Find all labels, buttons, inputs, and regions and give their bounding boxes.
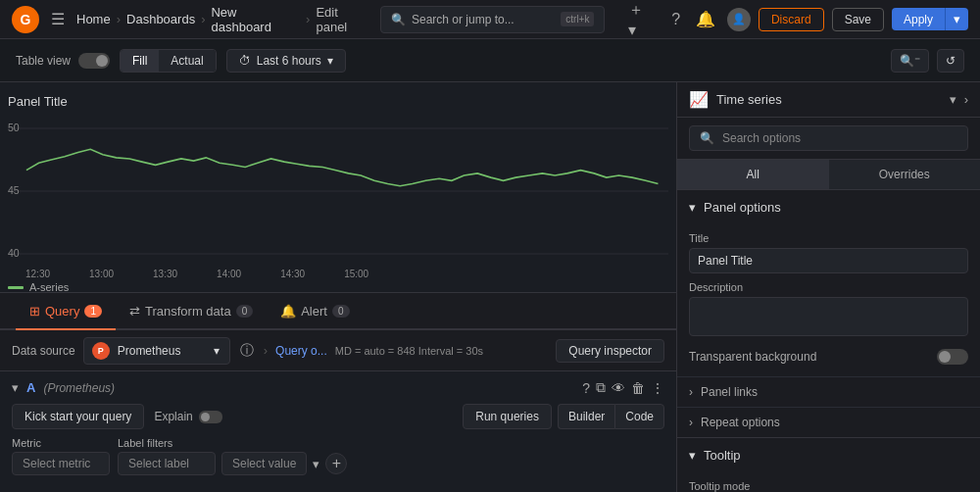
- refresh-button[interactable]: ↺: [937, 49, 964, 73]
- apply-dropdown-button[interactable]: ▾: [945, 8, 968, 30]
- label-filters-col: Label filters Select label Select value …: [118, 437, 664, 475]
- svg-text:45: 45: [8, 184, 20, 196]
- table-view-toggle[interactable]: Table view: [16, 53, 110, 69]
- tab-all[interactable]: All: [677, 160, 829, 189]
- run-queries-row: Run queries Builder Code: [463, 404, 664, 429]
- help-icon[interactable]: ?: [667, 7, 684, 32]
- hamburger-menu[interactable]: ☰: [47, 6, 69, 32]
- builder-button[interactable]: Builder: [558, 404, 614, 429]
- query-editor: ▾ A (Prometheus) ? ⧉ 👁 🗑 ⋮ Kick start yo…: [0, 371, 676, 492]
- query-row-icons: ? ⧉ 👁 🗑 ⋮: [582, 379, 664, 396]
- chevron-down-icon: ▾: [327, 54, 333, 68]
- search-icon: 🔍: [700, 131, 714, 145]
- search-icon: 🔍: [391, 13, 406, 26]
- search-options-input[interactable]: 🔍 Search options: [689, 125, 968, 151]
- tab-alert[interactable]: 🔔 Alert 0: [267, 296, 363, 330]
- query-link[interactable]: Query o...: [275, 344, 327, 358]
- breadcrumb: Home › Dashboards › New dashboard › Edit…: [76, 5, 372, 34]
- query-badge: 1: [84, 305, 102, 318]
- chevron-down-icon: ▾: [214, 344, 220, 358]
- chevron-down-filter-icon: ▾: [313, 457, 319, 471]
- collapse-icon[interactable]: ▾: [12, 380, 19, 395]
- collapse-panel-icon: ▾: [689, 200, 696, 215]
- svg-text:50: 50: [8, 122, 20, 133]
- x-label-1300: 13:00: [89, 269, 114, 279]
- search-shortcut: ctrl+k: [561, 12, 594, 26]
- user-avatar[interactable]: 👤: [727, 8, 751, 31]
- kickstart-button[interactable]: Kick start your query: [12, 404, 144, 429]
- tooltip-header[interactable]: ▾ Tooltip: [677, 438, 980, 472]
- x-label-1330: 13:30: [153, 269, 177, 279]
- query-meta: MD = auto = 848 Interval = 30s: [335, 345, 483, 357]
- left-panel: Panel Title 50 45 40 12:30 13:00 13:30 1…: [0, 82, 676, 492]
- datasource-select[interactable]: P Prometheus ▾: [83, 337, 230, 365]
- title-input[interactable]: [689, 248, 968, 273]
- explain-toggle: Explain: [154, 410, 221, 423]
- breadcrumb-home[interactable]: Home: [76, 12, 111, 26]
- tooltip-section: ▾ Tooltip Tooltip mode Single All Hidden: [677, 438, 980, 492]
- transparent-bg-toggle[interactable]: [937, 349, 968, 365]
- table-view-switch[interactable]: [78, 53, 110, 69]
- main-layout: Panel Title 50 45 40 12:30 13:00 13:30 1…: [0, 82, 980, 492]
- duplicate-icon[interactable]: ⧉: [596, 379, 606, 396]
- apply-button[interactable]: Apply: [892, 8, 945, 30]
- app-logo[interactable]: G: [12, 6, 39, 33]
- explain-switch[interactable]: [199, 411, 222, 423]
- add-filter-button[interactable]: +: [325, 453, 347, 474]
- panel-links-row[interactable]: › Panel links: [677, 376, 980, 407]
- time-range-button[interactable]: ⏱ Last 6 hours ▾: [226, 49, 346, 73]
- eye-icon[interactable]: 👁: [612, 380, 625, 396]
- more-icon[interactable]: ⋮: [651, 380, 664, 396]
- add-icon[interactable]: ＋ ▾: [624, 0, 660, 43]
- help-query-icon[interactable]: ?: [582, 380, 590, 396]
- collapse-tooltip-icon: ▾: [689, 448, 696, 463]
- fill-button[interactable]: Fill: [121, 50, 159, 72]
- run-queries-button[interactable]: Run queries: [463, 404, 552, 429]
- x-label-1500: 15:00: [344, 269, 368, 279]
- viz-expand-icon[interactable]: ▾: [950, 92, 956, 107]
- description-textarea[interactable]: [689, 297, 968, 336]
- tab-transform[interactable]: ⇄ Transform data 0: [116, 296, 267, 330]
- metric-col: Metric Select metric: [12, 437, 110, 475]
- panel-options-content: Title Description Transparent background: [677, 232, 980, 376]
- top-nav: G ☰ Home › Dashboards › New dashboard › …: [0, 0, 980, 39]
- metric-select[interactable]: Select metric: [12, 452, 110, 475]
- search-options-bar: 🔍 Search options: [677, 118, 980, 160]
- code-button[interactable]: Code: [614, 404, 664, 429]
- sub-toolbar: Table view Fill Actual ⏱ Last 6 hours ▾ …: [0, 39, 980, 82]
- panel-options-section: ▾ Panel options Title Description Transp…: [677, 190, 980, 438]
- svg-text:40: 40: [8, 247, 20, 259]
- query-tab-icon: ⊞: [29, 304, 40, 319]
- legend-color: [8, 286, 24, 289]
- transparent-bg-row: Transparent background: [689, 349, 968, 365]
- repeat-options-row[interactable]: › Repeat options: [677, 407, 980, 437]
- trash-icon[interactable]: 🗑: [631, 380, 645, 396]
- breadcrumb-new-dashboard[interactable]: New dashboard: [211, 5, 300, 34]
- x-label-1400: 14:00: [217, 269, 241, 279]
- chart-svg: 50 45 40: [8, 113, 668, 270]
- info-icon[interactable]: ⓘ: [238, 340, 256, 362]
- viz-chevron-icon[interactable]: ›: [964, 92, 968, 107]
- actual-button[interactable]: Actual: [159, 50, 215, 72]
- metric-row: Metric Select metric Label filters Selec…: [12, 437, 664, 475]
- tab-query[interactable]: ⊞ Query 1: [16, 296, 116, 330]
- breadcrumb-dashboards[interactable]: Dashboards: [126, 12, 195, 26]
- value-select[interactable]: Select value: [221, 452, 307, 475]
- fill-actual-selector: Fill Actual: [120, 49, 217, 73]
- zoom-out-button[interactable]: 🔍⁻: [891, 49, 929, 73]
- tab-overrides[interactable]: Overrides: [829, 160, 981, 189]
- save-button[interactable]: Save: [832, 8, 884, 31]
- breadcrumb-edit-panel: Edit panel: [316, 5, 372, 34]
- chevron-right-icon: ›: [689, 416, 693, 429]
- query-inspector-button[interactable]: Query inspector: [556, 339, 664, 363]
- timeseries-icon: 📈: [689, 90, 709, 109]
- panel-title: Panel Title: [8, 94, 668, 109]
- global-search[interactable]: 🔍 Search or jump to... ctrl+k: [380, 6, 605, 33]
- discard-button[interactable]: Discard: [759, 8, 824, 31]
- label-select[interactable]: Select label: [118, 452, 216, 475]
- chart-area: Panel Title 50 45 40 12:30 13:00 13:30 1…: [0, 82, 676, 293]
- notifications-icon[interactable]: 🔔: [692, 6, 719, 32]
- viz-header: 📈 Time series ▾ ›: [677, 82, 980, 118]
- prometheus-icon: P: [92, 342, 110, 360]
- panel-options-header[interactable]: ▾ Panel options: [677, 190, 980, 224]
